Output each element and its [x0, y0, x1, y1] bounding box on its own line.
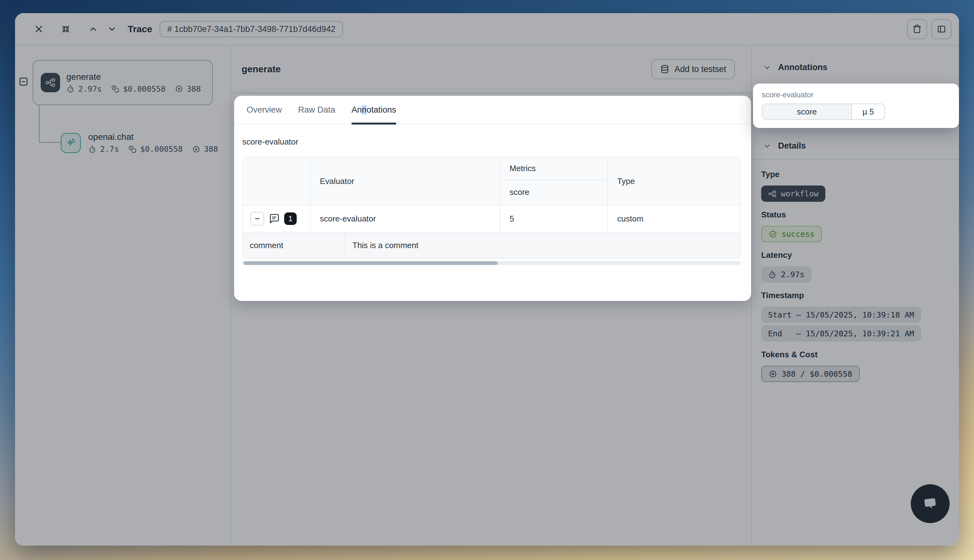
- desktop-background: Trace # 1cbb70e7-34a1-7bb7-3498-771b7d46…: [0, 0, 974, 560]
- collapse-row-button[interactable]: [250, 212, 264, 225]
- evaluator-section-title: score-evaluator: [242, 137, 741, 147]
- active-tab-underline: [352, 123, 396, 125]
- tab-bar: Overview Raw Data Annotations: [234, 96, 751, 125]
- annotation-popup: score-evaluator score µ 5: [753, 83, 959, 128]
- text-selection-highlight: n: [362, 105, 367, 115]
- cell-score: 5: [500, 205, 607, 232]
- header-type: Type: [607, 157, 740, 205]
- header-evaluator: Evaluator: [310, 157, 500, 205]
- header-tools-cell: [243, 157, 310, 205]
- table-header-row: Evaluator Metrics score Type: [243, 157, 740, 205]
- tab-raw-data[interactable]: Raw Data: [298, 96, 335, 124]
- comment-key: comment: [243, 232, 345, 258]
- score-mean-value[interactable]: µ 5: [852, 104, 884, 119]
- scrollbar-thumb[interactable]: [244, 261, 498, 265]
- comment-value: This is a comment: [345, 232, 740, 258]
- score-control: score µ 5: [762, 103, 885, 120]
- row-tools-cell: 1: [243, 205, 310, 232]
- popup-evaluator-name: score-evaluator: [762, 90, 950, 99]
- header-metrics: Metrics: [500, 157, 607, 180]
- cell-evaluator: score-evaluator: [310, 205, 500, 232]
- comment-icon: [269, 213, 280, 224]
- header-metrics-group: Metrics score: [500, 157, 607, 205]
- table-row: 1 score-evaluator 5 custom: [243, 205, 740, 232]
- header-metric-score: score: [500, 180, 607, 204]
- annotations-table: Evaluator Metrics score Type: [242, 157, 741, 259]
- annotations-tab-content: score-evaluator Evaluator Metrics score: [234, 137, 751, 265]
- cell-type: custom: [607, 205, 740, 232]
- horizontal-scrollbar[interactable]: [242, 261, 741, 265]
- comments-button[interactable]: [269, 213, 280, 224]
- trace-modal-window: Trace # 1cbb70e7-34a1-7bb7-3498-771b7d46…: [15, 13, 959, 546]
- span-detail-card: Overview Raw Data Annotations score-eval…: [234, 96, 751, 301]
- comment-count-badge: 1: [284, 212, 297, 225]
- score-metric-button[interactable]: score: [762, 104, 852, 119]
- comment-row: comment This is a comment: [243, 232, 740, 258]
- tab-annotations[interactable]: Annotations: [352, 96, 396, 124]
- tab-overview[interactable]: Overview: [247, 96, 282, 124]
- minus-icon: [254, 215, 261, 222]
